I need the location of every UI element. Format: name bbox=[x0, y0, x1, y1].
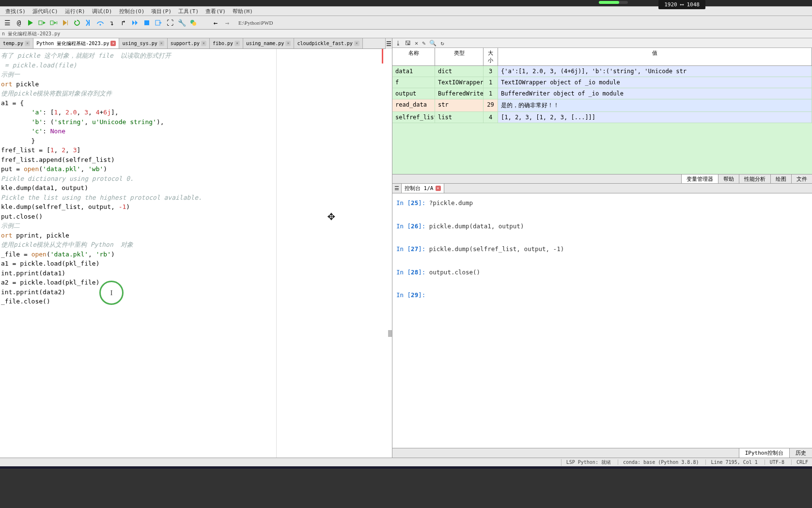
close-icon[interactable]: × bbox=[354, 41, 359, 46]
debug-icon[interactable] bbox=[83, 17, 94, 28]
run-selection-icon[interactable] bbox=[60, 17, 71, 28]
encoding[interactable]: UTF-8 bbox=[765, 460, 784, 465]
open-menu-icon[interactable]: ☰ bbox=[2, 17, 13, 28]
python-icon[interactable] bbox=[188, 17, 199, 28]
editor-tab[interactable]: cloudpickle_fast.py× bbox=[294, 38, 362, 48]
code-line: a1 = pickle.load(pkl_file) bbox=[0, 259, 392, 269]
reload-icon[interactable] bbox=[72, 17, 82, 28]
clear-var-icon[interactable]: ✕ bbox=[415, 40, 418, 47]
code-line: kle.dump(data1, output) bbox=[0, 183, 392, 193]
panel-tab[interactable]: 性能分析 bbox=[739, 175, 770, 183]
settings-icon[interactable]: 🔧 bbox=[176, 17, 187, 28]
console-line: In [26]: pickle.dump(data1, output) bbox=[396, 221, 808, 232]
svg-point-9 bbox=[192, 22, 196, 26]
menu-item[interactable]: 查找(S) bbox=[2, 8, 29, 15]
step-over-icon[interactable] bbox=[95, 17, 106, 28]
editor-tab[interactable]: Python 量化编程基础-2023.py× bbox=[33, 38, 119, 48]
run-icon[interactable] bbox=[25, 17, 36, 28]
panel-tab[interactable]: 帮助 bbox=[718, 175, 739, 183]
minimap-thumb[interactable] bbox=[388, 330, 392, 337]
var-row[interactable]: selfref_listlist4[1, 2, 3, [1, 2, 3, [..… bbox=[392, 112, 812, 123]
step-out-icon[interactable]: ↱ bbox=[118, 17, 129, 28]
console-tab[interactable]: 控制台 1/A × bbox=[401, 183, 444, 193]
close-icon[interactable]: × bbox=[201, 41, 206, 46]
var-row[interactable]: data1dict3{'a':[1, 2.0, 3, (4+6j)], 'b':… bbox=[392, 66, 812, 77]
step-into-icon[interactable]: ↴ bbox=[107, 17, 117, 28]
lsp-status[interactable]: LSP Python: 就绪 bbox=[561, 459, 611, 466]
console-type-tab[interactable]: IPython控制台 bbox=[739, 448, 789, 458]
forward-icon[interactable]: → bbox=[222, 17, 233, 28]
code-line: _file = open('data.pkl', 'rb') bbox=[0, 250, 392, 259]
code-line: = pickle.load(file) bbox=[0, 61, 392, 70]
menu-item[interactable]: 帮助(H) bbox=[229, 8, 256, 15]
close-icon[interactable]: × bbox=[25, 41, 30, 46]
code-line: 'b': ('string', u'Unicode string'), bbox=[0, 117, 392, 127]
editor-tab[interactable]: temp.py× bbox=[0, 38, 33, 48]
console-line: In [25]: ?pickle.dump bbox=[396, 197, 808, 209]
import-icon[interactable]: ⭳ bbox=[395, 40, 401, 47]
var-row[interactable]: outputBufferedWriter1BufferedWriter obje… bbox=[392, 88, 812, 99]
col-size[interactable]: 大小 bbox=[484, 48, 498, 65]
editor-tab[interactable]: using_sys.py× bbox=[119, 38, 167, 48]
continue-icon[interactable] bbox=[130, 17, 141, 28]
run-cell-icon[interactable] bbox=[37, 17, 47, 28]
close-icon[interactable]: × bbox=[234, 41, 240, 46]
taskbar bbox=[0, 466, 812, 469]
menu-item[interactable]: 调试(D) bbox=[89, 8, 116, 15]
cursor-pos[interactable]: Line 7195, Col 1 bbox=[705, 460, 757, 465]
at-icon[interactable]: @ bbox=[14, 17, 24, 28]
run-cell-advance-icon[interactable] bbox=[48, 17, 59, 28]
menu-item[interactable]: 源代码(C) bbox=[29, 8, 62, 15]
panel-tab[interactable]: 绘图 bbox=[770, 175, 791, 183]
code-line: ort pickle bbox=[0, 79, 392, 89]
menu-item[interactable]: 控制台(O) bbox=[116, 8, 148, 15]
panel-tab[interactable]: 变量管理器 bbox=[681, 175, 718, 183]
menu-item[interactable]: 运行(R) bbox=[62, 8, 89, 15]
line-ending[interactable]: CRLF bbox=[791, 460, 808, 465]
edit-var-icon[interactable]: ✎ bbox=[422, 40, 425, 47]
close-icon[interactable]: × bbox=[159, 41, 164, 46]
variable-explorer[interactable]: 名称 类型 大小 值 data1dict3{'a':[1, 2.0, 3, (4… bbox=[392, 48, 812, 174]
editor-tab[interactable]: using_name.py× bbox=[243, 38, 294, 48]
col-type[interactable]: 类型 bbox=[435, 48, 484, 65]
fullscreen-icon[interactable]: ⛶ bbox=[165, 17, 175, 28]
console-type-tab[interactable]: 历史 bbox=[789, 448, 812, 458]
search-icon[interactable]: 🔍 bbox=[429, 40, 437, 47]
panel-tab[interactable]: 文件 bbox=[791, 175, 812, 183]
ipython-console[interactable]: In [25]: ?pickle.dumpIn [26]: pickle.dum… bbox=[392, 193, 812, 448]
var-row[interactable]: fTextIOWrapper1TextIOWrapper object of _… bbox=[392, 77, 812, 88]
col-value[interactable]: 值 bbox=[498, 48, 812, 65]
error-marker bbox=[382, 49, 383, 64]
stop-icon[interactable] bbox=[141, 17, 152, 28]
svg-rect-3 bbox=[67, 20, 68, 25]
editor-tab[interactable]: fibo.py× bbox=[210, 38, 243, 48]
console-line: In [27]: pickle.dump(selfref_list, outpu… bbox=[396, 243, 808, 255]
var-header: 名称 类型 大小 值 bbox=[392, 48, 812, 66]
conda-env[interactable]: conda: base (Python 3.8.8) bbox=[618, 460, 699, 465]
resolution-badge: 1920 ⟷ 1048 bbox=[658, 0, 705, 9]
col-name[interactable]: 名称 bbox=[392, 48, 435, 65]
code-line: } bbox=[0, 136, 392, 146]
close-icon[interactable]: × bbox=[285, 41, 291, 46]
exit-debug-icon[interactable] bbox=[153, 17, 164, 28]
svg-point-5 bbox=[100, 24, 101, 25]
menu-item[interactable]: 工具(T) bbox=[175, 8, 202, 15]
var-row[interactable]: read_datastr29是的，的确非常好！！ bbox=[392, 99, 812, 112]
close-icon[interactable]: × bbox=[110, 41, 116, 46]
editor-tabs: temp.py×Python 量化编程基础-2023.py×using_sys.… bbox=[0, 38, 392, 49]
console-menu-icon[interactable]: ☰ bbox=[394, 185, 399, 191]
back-icon[interactable]: ← bbox=[210, 17, 221, 28]
refresh-icon[interactable]: ↻ bbox=[440, 40, 444, 47]
editor-tab[interactable]: support.py× bbox=[168, 38, 210, 48]
save-var-icon[interactable]: 🖫 bbox=[405, 40, 411, 47]
menu-item[interactable]: 项目(P) bbox=[148, 8, 175, 15]
close-icon[interactable]: × bbox=[436, 186, 441, 191]
code-editor[interactable]: ✥ I 有了 pickle 这个对象，就能对 file 以读取的形式打开 = p… bbox=[0, 49, 392, 458]
code-line: 使用pickle模块将数据对象保存到文件 bbox=[0, 89, 392, 98]
ruler-line bbox=[276, 49, 277, 458]
menu-item[interactable]: 查看(V) bbox=[202, 8, 229, 15]
tabs-menu-icon[interactable] bbox=[385, 38, 392, 49]
status-bar: LSP Python: 就绪 conda: base (Python 3.8.8… bbox=[0, 458, 812, 466]
svg-rect-4 bbox=[89, 20, 90, 26]
code-line: ort pprint, pickle bbox=[0, 231, 392, 240]
